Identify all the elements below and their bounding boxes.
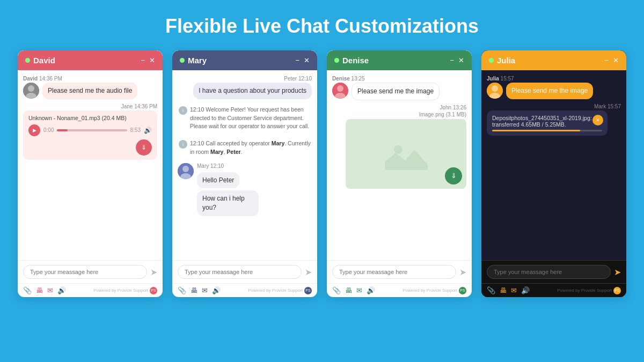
footer-icons-julia: 📎 🖶 ✉ 🔊 bbox=[487, 286, 530, 294]
audio-player: Unknown - Noname_01.mp3 (20.4 MB) ▶ 0:00… bbox=[23, 110, 157, 160]
avatar-julia bbox=[487, 83, 503, 99]
msg-with-avatar-david: Please send me the audio file bbox=[23, 83, 157, 99]
chat-footer-mary: 📎 🖶 ✉ 🔊 Powered by Provide Support PS bbox=[172, 283, 317, 297]
send-button-david[interactable]: ➤ bbox=[150, 267, 157, 277]
chat-window-denise: Denise − ✕ Denise 13:25 Pl bbox=[327, 50, 472, 297]
send-button-mary[interactable]: ➤ bbox=[305, 267, 312, 277]
audio-download-button[interactable]: ⇓ bbox=[136, 139, 152, 156]
system-msg-2-mary: i 12:10 Call accepted by operator Mary. … bbox=[178, 137, 312, 159]
chat-input-julia[interactable] bbox=[487, 265, 611, 279]
attach-icon-julia[interactable]: 📎 bbox=[487, 286, 495, 294]
close-icon-julia[interactable]: ✕ bbox=[613, 56, 619, 64]
send-button-julia[interactable]: ➤ bbox=[614, 267, 621, 277]
ps-badge-julia: PS bbox=[613, 287, 621, 294]
attach-icon-mary[interactable]: 📎 bbox=[178, 286, 186, 294]
footer-icons-denise: 📎 🖶 ✉ 🔊 bbox=[332, 286, 375, 294]
chat-input-area-mary: ➤ bbox=[172, 260, 317, 283]
system-text-2: 12:10 Call accepted by operator Mary. Cu… bbox=[190, 139, 311, 157]
page-title: Flexible Live Chat Customizations bbox=[165, 15, 479, 38]
audio-controls[interactable]: ▶ 0:00 8:53 🔊 bbox=[28, 124, 152, 136]
msg-row-mark-file: Mark 15:57 Depositphotos_274450351_xl-20… bbox=[487, 104, 621, 136]
chat-controls-mary: − ✕ bbox=[295, 56, 310, 64]
avatar-denise bbox=[332, 83, 348, 99]
print-icon-denise[interactable]: 🖶 bbox=[345, 286, 352, 294]
chat-input-david[interactable] bbox=[23, 265, 147, 279]
close-icon-denise[interactable]: ✕ bbox=[458, 56, 464, 64]
svg-point-10 bbox=[394, 145, 402, 154]
sound-icon-denise[interactable]: 🔊 bbox=[367, 286, 375, 294]
minimize-icon-denise[interactable]: − bbox=[450, 56, 454, 64]
file-close-button[interactable]: ✕ bbox=[592, 115, 603, 125]
chat-controls-denise: − ✕ bbox=[450, 56, 464, 64]
chat-name-julia: Julia bbox=[489, 56, 515, 65]
volume-icon[interactable]: 🔊 bbox=[144, 127, 152, 134]
msg-meta-john: John 13:26 bbox=[332, 105, 466, 110]
chat-footer-david: 📎 🖶 ✉ 🔊 Powered by Provide Support PS bbox=[18, 283, 163, 297]
minimize-icon-mary[interactable]: − bbox=[295, 56, 299, 64]
chat-body-david: David 14:36 PM Please send me the audio … bbox=[18, 70, 163, 260]
image-placeholder: ⇓ bbox=[346, 119, 466, 189]
image-filename: Image.png (3.1 MB) bbox=[419, 112, 466, 117]
file-name-mark: Depositphotos_274450351_xl-2019.jpg: tra… bbox=[492, 115, 602, 128]
msg-row-julia-msg: Julia 15:57 Please send me the image bbox=[487, 76, 621, 99]
audio-progress-bar[interactable] bbox=[57, 129, 127, 131]
chat-input-mary[interactable] bbox=[178, 265, 302, 279]
chat-footer-denise: 📎 🖶 ✉ 🔊 Powered by Provide Support PS bbox=[327, 283, 472, 297]
audio-progress-fill bbox=[57, 129, 68, 131]
bubble-julia-msg: Please send me the image bbox=[506, 83, 593, 99]
file-progress-fill bbox=[492, 130, 580, 131]
powered-by-julia: Powered by Provide Support PS bbox=[557, 287, 621, 294]
attach-icon-denise[interactable]: 📎 bbox=[332, 286, 341, 294]
svg-point-1 bbox=[28, 85, 34, 92]
image-download-button[interactable]: ⇓ bbox=[445, 167, 462, 184]
file-progress-bg bbox=[492, 130, 602, 131]
msg-with-avatar-denise: Please send me the image bbox=[332, 83, 466, 100]
msg-meta-jane: Jane 14:36 PM bbox=[23, 104, 157, 109]
chat-input-area-denise: ➤ bbox=[327, 260, 472, 283]
chat-header-mary: Mary − ✕ bbox=[172, 50, 317, 70]
email-icon-mary[interactable]: ✉ bbox=[202, 286, 208, 294]
sound-icon-mary[interactable]: 🔊 bbox=[212, 286, 221, 294]
email-icon-david[interactable]: ✉ bbox=[47, 286, 53, 294]
minimize-icon-julia[interactable]: − bbox=[604, 56, 609, 64]
print-icon-julia[interactable]: 🖶 bbox=[500, 286, 507, 294]
email-icon-denise[interactable]: ✉ bbox=[356, 286, 362, 294]
chat-body-denise: Denise 13:25 Please send me the image Jo… bbox=[327, 70, 472, 260]
msg-meta-mark: Mark 15:57 bbox=[487, 104, 621, 109]
chat-body-mary: Peter 12:10 I have a question about your… bbox=[172, 70, 317, 260]
chat-window-david: David − ✕ David 14:36 PM bbox=[18, 50, 163, 297]
system-text-1: 12:10 Welcome Peter! Your request has be… bbox=[190, 106, 311, 131]
powered-by-denise: Powered by Provide Support PS bbox=[402, 287, 466, 294]
msg-meta-peter: Peter 12:10 bbox=[178, 76, 312, 82]
sound-icon-julia[interactable]: 🔊 bbox=[521, 286, 530, 294]
operator-name-time-mary: Mary 12:10 bbox=[197, 163, 266, 169]
audio-duration: 8:53 bbox=[130, 127, 141, 133]
chat-input-denise[interactable] bbox=[332, 265, 456, 279]
image-message-container: Image.png (3.1 MB) ⇓ bbox=[332, 112, 466, 189]
email-icon-julia[interactable]: ✉ bbox=[511, 286, 517, 294]
chat-window-julia: Julia − ✕ Julia 15:57 Plea bbox=[481, 50, 626, 297]
print-icon-david[interactable]: 🖶 bbox=[36, 286, 43, 294]
close-icon-david[interactable]: ✕ bbox=[149, 56, 155, 64]
close-icon-mary[interactable]: ✕ bbox=[304, 56, 310, 64]
svg-point-4 bbox=[182, 166, 189, 172]
minimize-icon-david[interactable]: − bbox=[141, 56, 145, 64]
sound-icon-david[interactable]: 🔊 bbox=[57, 286, 66, 294]
msg-meta-julia: Julia 15:57 bbox=[487, 76, 621, 82]
msg-meta-david: David 14:36 PM bbox=[23, 76, 157, 82]
attach-icon-david[interactable]: 📎 bbox=[23, 286, 32, 294]
image-icon bbox=[385, 138, 428, 170]
play-button[interactable]: ▶ bbox=[28, 124, 40, 136]
send-button-denise[interactable]: ➤ bbox=[459, 267, 466, 277]
chat-input-area-david: ➤ bbox=[18, 260, 163, 283]
chat-window-mary: Mary − ✕ Peter 12:10 I have a question a… bbox=[172, 50, 317, 297]
msg-meta-denise: Denise 13:25 bbox=[332, 76, 466, 82]
powered-by-mary: Powered by Provide Support PS bbox=[248, 287, 312, 294]
ps-badge-david: PS bbox=[150, 287, 157, 294]
file-transfer-block: Depositphotos_274450351_xl-2019.jpg: tra… bbox=[487, 110, 608, 136]
system-icon-2: i bbox=[179, 140, 187, 149]
msg-row-david-1: David 14:36 PM Please send me the audio … bbox=[23, 76, 157, 99]
svg-point-12 bbox=[492, 85, 498, 92]
print-icon-mary[interactable]: 🖶 bbox=[191, 286, 197, 294]
footer-icons-mary: 📎 🖶 ✉ 🔊 bbox=[178, 286, 221, 294]
